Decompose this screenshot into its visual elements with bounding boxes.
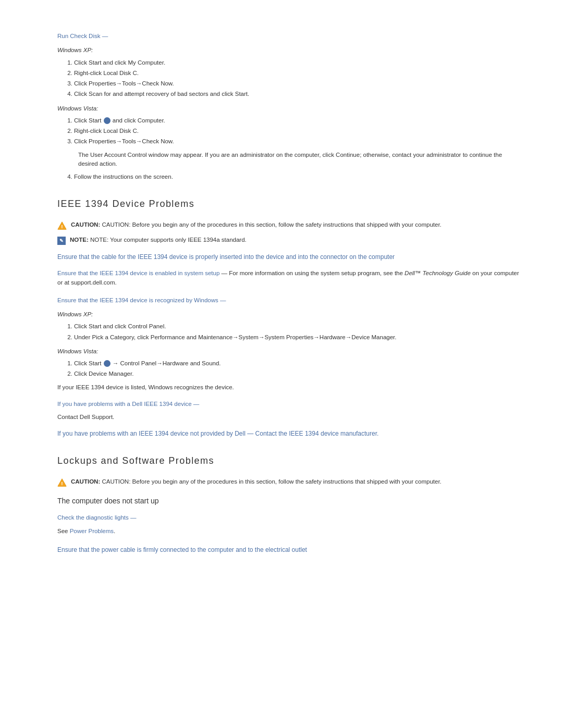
check-diagnostic-link[interactable]: Check the diagnostic lights	[57, 514, 137, 521]
list-item: Click Start and click Control Panel.	[74, 322, 521, 331]
list-item: Click Start and click My Computer.	[74, 58, 521, 67]
list-item: Click Start → Control Panel→Hardware and…	[74, 359, 521, 368]
run-check-disk-link[interactable]: Run Check Disk	[57, 33, 108, 39]
svg-text:!: !	[61, 480, 63, 486]
caution-text-1: CAUTION: CAUTION: Before you begin any o…	[71, 220, 442, 229]
list-item: Right-click Local Disk C.	[74, 127, 521, 135]
contact-dell: Contact Dell Support.	[57, 413, 521, 422]
note-box-1: ✎ NOTE: NOTE: Your computer supports onl…	[57, 236, 521, 245]
ieee1394-link3-block: Ensure that the IEEE 1394 device is reco…	[57, 295, 521, 305]
ieee1394-link5[interactable]: If you have problems with an IEEE 1394 d…	[57, 430, 378, 437]
power-problems-link[interactable]: Power Problems	[70, 528, 114, 534]
ieee1394-link1-block: Ensure that the cable for the IEEE 1394 …	[57, 252, 521, 262]
ieee1394-link1[interactable]: Ensure that the cable for the IEEE 1394 …	[57, 253, 395, 261]
ieee1394-recognized: If your IEEE 1394 device is listed, Wind…	[57, 383, 521, 392]
run-check-disk-section: Run Check Disk Windows XP: Click Start a…	[57, 31, 521, 181]
windows-vista-step4-list: Follow the instructions on the screen.	[57, 172, 521, 181]
windows-vista-label-1: Windows Vista:	[57, 104, 521, 113]
ensure-power-cable-link[interactable]: Ensure that the power cable is firmly co…	[57, 546, 307, 553]
ieee1394-link5-block: If you have problems with an IEEE 1394 d…	[57, 429, 521, 438]
caution-box-2: ! CAUTION: CAUTION: Before you begin any…	[57, 477, 521, 487]
computer-not-start-heading: The computer does not start up	[57, 496, 521, 507]
caution-icon-2: !	[57, 478, 67, 487]
note-icon: ✎	[57, 237, 66, 245]
windows-vista-list-1: Click Start and click Computer. Right-cl…	[57, 116, 521, 146]
start-icon	[104, 117, 111, 124]
list-item: Click Scan for and attempt recovery of b…	[74, 90, 521, 98]
windows-vista-label-2: Windows Vista:	[57, 347, 521, 356]
ieee1394-section: IEEE 1394 Device Problems ! CAUTION: CAU…	[57, 197, 521, 438]
list-item: Click Device Manager.	[74, 369, 521, 378]
svg-text:!: !	[61, 224, 63, 229]
lockups-section: Lockups and Software Problems ! CAUTION:…	[57, 454, 521, 554]
check-diagnostic-block: Check the diagnostic lights	[57, 513, 521, 522]
caution-text-2: CAUTION: CAUTION: Before you begin any o…	[71, 477, 442, 486]
ieee1394-link2[interactable]: Ensure that the IEEE 1394 device is enab…	[57, 270, 222, 276]
windows-xp-list-1: Click Start and click My Computer. Right…	[57, 58, 521, 99]
ieee1394-link4-block: If you have problems with a Dell IEEE 13…	[57, 399, 521, 409]
list-item: Right-click Local Disk C.	[74, 69, 521, 78]
list-item: Follow the instructions on the screen.	[74, 172, 521, 181]
ieee1394-link2-block: Ensure that the IEEE 1394 device is enab…	[57, 269, 521, 287]
ensure-power-cable-block: Ensure that the power cable is firmly co…	[57, 545, 521, 554]
uac-note-text: The User Account Control window may appe…	[78, 152, 502, 167]
ieee1394-winvista-list: Click Start → Control Panel→Hardware and…	[57, 359, 521, 379]
caution-icon: !	[57, 221, 67, 230]
note-text-1: NOTE: NOTE: Your computer supports only …	[70, 236, 247, 244]
list-item: Under Pick a Category, click Performance…	[74, 333, 521, 342]
ieee1394-link3[interactable]: Ensure that the IEEE 1394 device is reco…	[57, 297, 226, 303]
ieee1394-title: IEEE 1394 Device Problems	[57, 197, 521, 211]
computer-not-start-section: The computer does not start up Check the…	[57, 496, 521, 554]
list-item: Click Start and click Computer.	[74, 116, 521, 125]
ieee1394-link4[interactable]: If you have problems with a Dell IEEE 13…	[57, 401, 199, 407]
start-icon-2	[104, 360, 111, 367]
uac-note: The User Account Control window may appe…	[78, 151, 521, 169]
list-item: Click Properties→Tools→Check Now.	[74, 137, 521, 146]
lockups-title: Lockups and Software Problems	[57, 454, 521, 468]
caution-box-1: ! CAUTION: CAUTION: Before you begin any…	[57, 220, 521, 230]
windows-xp-label-1: Windows XP:	[57, 46, 521, 55]
windows-xp-label-2: Windows XP:	[57, 310, 521, 319]
ieee1394-winxp-list: Click Start and click Control Panel. Und…	[57, 322, 521, 342]
list-item: Click Properties→Tools→Check Now.	[74, 79, 521, 88]
see-power-problems: See Power Problems.	[57, 527, 521, 536]
